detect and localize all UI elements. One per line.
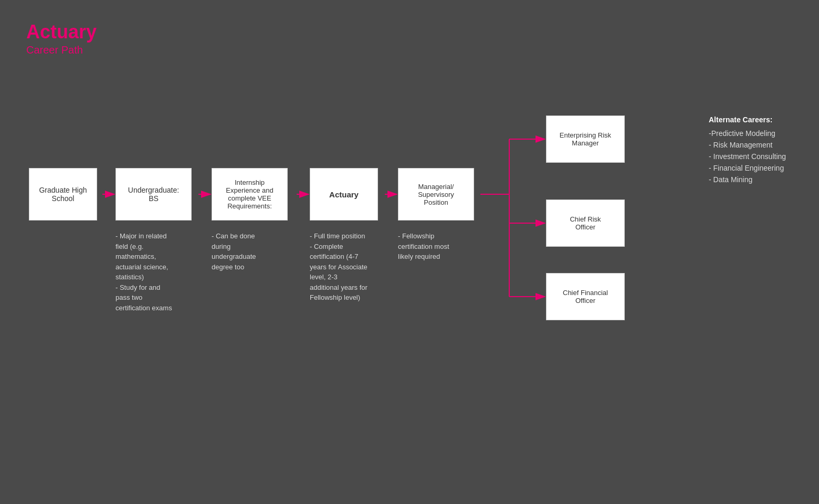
alt-career-2: - Risk Management — [709, 141, 786, 149]
cro-box: Chief RiskOfficer — [546, 200, 625, 247]
page-title: Actuary — [26, 21, 97, 43]
managerial-label: Managerial/SupervisoryPosition — [418, 183, 454, 206]
undergraduate-notes: - Major in relatedfield (e.g.mathematics… — [116, 231, 200, 313]
alt-career-3: - Investment Consulting — [709, 152, 786, 161]
undergraduate-box: Undergraduate:BS — [116, 168, 192, 220]
alt-career-4: - Financial Engineering — [709, 164, 786, 172]
erm-label: Enterprising RiskManager — [560, 131, 611, 147]
managerial-box: Managerial/SupervisoryPosition — [398, 168, 474, 220]
page-subtitle: Career Path — [26, 44, 97, 56]
internship-box: InternshipExperience andcomplete VEERequ… — [212, 168, 288, 220]
cfo-box: Chief FinancialOfficer — [546, 273, 625, 320]
graduate-label: Graduate HighSchool — [39, 186, 87, 203]
undergraduate-label: Undergraduate:BS — [128, 186, 179, 203]
actuary-label: Actuary — [329, 190, 359, 199]
alt-career-5: - Data Mining — [709, 175, 786, 184]
internship-notes: - Can be doneduringundergraduatedegree t… — [212, 231, 290, 272]
alt-career-1: -Predictive Modeling — [709, 129, 786, 138]
actuary-box: Actuary — [310, 168, 378, 220]
internship-label: InternshipExperience andcomplete VEERequ… — [226, 178, 273, 210]
alternate-careers-section: Alternate Careers: -Predictive Modeling … — [709, 116, 786, 187]
managerial-notes: - Fellowshipcertification mostlikely req… — [398, 231, 482, 262]
cro-label: Chief RiskOfficer — [570, 215, 601, 231]
header: Actuary Career Path — [26, 21, 97, 56]
alternate-careers-title: Alternate Careers: — [709, 116, 786, 124]
erm-box: Enterprising RiskManager — [546, 116, 625, 163]
actuary-notes: - Full time position- Completecertificat… — [310, 231, 396, 303]
graduate-box: Graduate HighSchool — [29, 168, 97, 220]
cfo-label: Chief FinancialOfficer — [563, 289, 608, 304]
